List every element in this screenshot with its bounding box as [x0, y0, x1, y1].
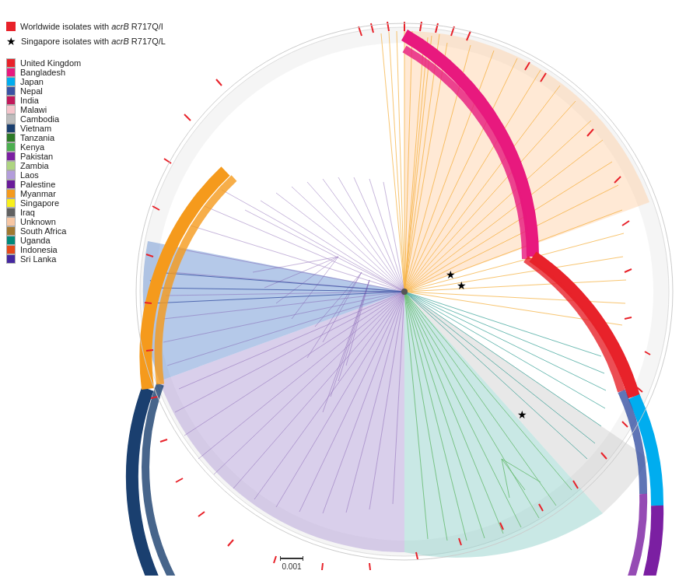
legend-color-box	[6, 198, 16, 208]
legend-color-box	[6, 58, 16, 68]
legend-color-box	[6, 152, 16, 161]
svg-line-110	[216, 79, 222, 86]
star-marker-2: ★	[457, 279, 467, 292]
legend-color-box	[6, 77, 16, 86]
svg-line-116	[146, 350, 153, 351]
worldwide-icon-square	[6, 22, 16, 31]
legend-color-box	[6, 208, 16, 217]
phylogenetic-tree-svg: ★ ★ ★	[121, 8, 688, 576]
legend-item-label: South Africa	[20, 226, 66, 236]
chart-area: ★ ★ ★	[121, 8, 688, 576]
legend-item-label: India	[20, 96, 39, 105]
legend-item-label: Vietnam	[20, 124, 51, 133]
scale-bar-label: 0.001	[282, 562, 301, 571]
svg-line-123	[322, 563, 323, 570]
star-marker-3: ★	[517, 408, 527, 421]
legend-color-box	[6, 245, 16, 254]
legend-item-label: Laos	[20, 170, 39, 180]
legend-item-label: Indonesia	[20, 245, 58, 254]
legend-item-label: Bangladesh	[20, 68, 65, 77]
legend-color-box	[6, 133, 16, 142]
svg-line-120	[198, 512, 205, 516]
center-node	[401, 289, 408, 295]
legend-item-label: Singapore	[20, 198, 59, 208]
legend-item-label: Nepal	[20, 86, 43, 96]
svg-line-115	[145, 303, 152, 303]
legend-color-box	[6, 180, 16, 189]
legend-color-box	[6, 124, 16, 133]
legend-color-box	[6, 226, 16, 236]
legend-item-label: Iraq	[20, 208, 35, 217]
legend-item-label: Zambia	[20, 161, 49, 170]
svg-line-119	[176, 478, 183, 482]
legend-item-label: Japan	[20, 77, 44, 86]
legend-item-label: Unknown	[20, 217, 56, 226]
singapore-icon-star: ★	[6, 36, 16, 47]
legend-item-label: Pakistan	[20, 152, 53, 161]
star-marker-1: ★	[446, 268, 456, 281]
legend-color-box	[6, 68, 16, 77]
scale-tick-right	[303, 556, 303, 561]
scale-bar-line	[280, 556, 303, 561]
svg-line-118	[160, 439, 167, 442]
legend-color-box	[6, 161, 16, 170]
scale-bar-middle	[281, 558, 303, 559]
legend-item-label: United Kingdom	[20, 58, 81, 68]
legend-item-label: Cambodia	[20, 114, 59, 124]
legend-color-box	[6, 254, 16, 264]
legend-item-label: Uganda	[20, 236, 51, 245]
legend-item-label: Malawi	[20, 105, 47, 114]
legend-color-box	[6, 217, 16, 226]
scale-bar: 0.001	[280, 556, 303, 571]
legend-color-box	[6, 105, 16, 114]
legend-item-label: Myanmar	[20, 189, 56, 198]
svg-line-121	[228, 540, 233, 546]
legend-item-label: Kenya	[20, 142, 44, 152]
legend-color-box	[6, 189, 16, 198]
legend-color-box	[6, 86, 16, 96]
legend-item-label: Palestine	[20, 180, 55, 189]
legend-item-label: Sri Lanka	[20, 254, 56, 264]
legend-color-box	[6, 170, 16, 180]
svg-line-124	[369, 563, 370, 570]
legend-color-box	[6, 96, 16, 105]
legend-color-box	[6, 236, 16, 245]
svg-line-111	[184, 114, 191, 121]
legend-color-box	[6, 142, 16, 152]
legend-color-box	[6, 114, 16, 124]
svg-line-122	[274, 556, 276, 563]
legend-item-label: Tanzania	[20, 133, 54, 142]
